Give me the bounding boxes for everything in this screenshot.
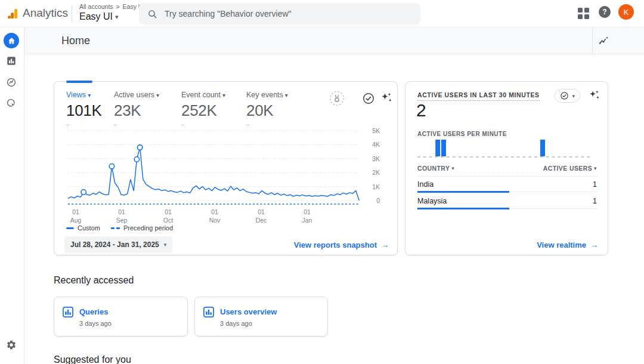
recent-link[interactable]: Queries	[79, 307, 108, 316]
y-tick: 5K	[364, 127, 380, 134]
insights-trend-icon[interactable]	[598, 35, 609, 47]
recent-card-queries[interactable]: Queries 3 days ago	[54, 297, 188, 337]
main-content: Views▾ 101K – Active users▾ 23K – Event …	[24, 54, 644, 364]
sidebar-item-home[interactable]	[4, 33, 19, 48]
search-input[interactable]	[165, 9, 412, 18]
sidebar-item-explore[interactable]	[6, 77, 17, 90]
selected-metric-indicator	[66, 81, 92, 83]
metric-value: 101K	[66, 101, 114, 120]
comparison-delta: –	[66, 122, 114, 128]
insights-sparkle-icon[interactable]	[380, 92, 392, 107]
table-row: India 1	[417, 177, 597, 193]
chevron-down-icon: ▾	[451, 165, 454, 171]
metric-event-count[interactable]: Event count▾ 252K –	[181, 91, 246, 128]
x-tick: 01Dec	[256, 208, 267, 224]
reports-icon	[6, 55, 17, 66]
search-bar[interactable]	[139, 3, 420, 24]
y-tick: 4K	[364, 141, 380, 148]
views-trend-chart	[68, 128, 361, 206]
data-quality-pill[interactable]: ▾	[555, 89, 580, 103]
property-selector-label[interactable]: Easy UI	[79, 11, 113, 22]
diagnostics-grid-icon[interactable]	[578, 8, 589, 18]
top-app-bar: Analytics All accounts > Easy UI Easy UI…	[0, 0, 644, 27]
breadcrumb-account: All accounts	[79, 3, 113, 10]
dashed-line-swatch	[111, 227, 120, 229]
chevron-down-icon: ▾	[572, 93, 575, 99]
avatar[interactable]: K	[618, 4, 634, 20]
legend-item-preceding: Preceding period	[111, 224, 173, 232]
insights-sparkle-icon[interactable]	[588, 90, 600, 104]
recent-card-users-overview[interactable]: Users overview 3 days ago	[194, 297, 328, 337]
metric-value: 20K	[246, 101, 312, 120]
metric-label: Event count	[181, 91, 221, 99]
comparison-delta: –	[246, 122, 312, 128]
chevron-down-icon: ▾	[594, 165, 597, 171]
comparison-delta: –	[114, 122, 181, 128]
chevron-down-icon: ▾	[156, 92, 159, 98]
realtime-country-table: COUNTRY ▾ ACTIVE USERS ▾ India 1	[417, 165, 597, 210]
account-switcher[interactable]: All accounts > Easy UI Easy UI ▾	[79, 3, 144, 22]
view-realtime-link[interactable]: View realtime →	[537, 240, 598, 249]
minutes-bar-chart	[417, 138, 592, 158]
suggested-for-you-title: Suggested for you	[54, 354, 131, 364]
brand-name: Analytics	[23, 7, 68, 20]
arrow-right-icon: →	[590, 240, 598, 249]
per-minute-bar-chart	[417, 138, 592, 161]
analytics-home-page: Analytics All accounts > Easy UI Easy UI…	[0, 0, 644, 364]
breadcrumb-separator-icon: >	[116, 3, 120, 10]
country-column-header[interactable]: COUNTRY ▾	[417, 165, 454, 172]
gear-icon	[6, 340, 17, 350]
banner-divider	[592, 27, 593, 54]
benchmarking-icon[interactable]	[329, 91, 345, 109]
metric-label: Key events	[246, 91, 283, 99]
active-users-column-header[interactable]: ACTIVE USERS ▾	[543, 165, 597, 172]
country-bar	[417, 191, 509, 193]
x-tick: 01Jan	[302, 208, 312, 224]
realtime-card: ACTIVE USERS IN LAST 30 MINUTES ▾ 2 ACTI…	[405, 81, 608, 255]
chevron-down-icon: ▾	[164, 242, 167, 248]
views-line-chart	[68, 128, 361, 206]
metric-active-users[interactable]: Active users▾ 23K –	[114, 91, 181, 128]
recently-accessed-title: Recently accessed	[54, 275, 134, 286]
view-reports-snapshot-link[interactable]: View reports snapshot →	[294, 240, 389, 249]
x-tick: 01Aug	[70, 208, 82, 224]
left-nav-rail	[0, 27, 24, 364]
sidebar-item-advertising[interactable]	[6, 98, 17, 111]
recent-timestamp: 3 days ago	[220, 320, 252, 327]
x-tick: 01Sep	[116, 208, 128, 224]
active-users-count: 1	[593, 197, 597, 205]
data-quality-icon[interactable]	[362, 92, 375, 107]
sidebar-item-settings[interactable]	[6, 340, 17, 353]
date-range-picker[interactable]: Jul 28, 2024 - Jan 31, 2025 ▾	[64, 236, 172, 253]
chart-legend: Custom Preceding period	[66, 224, 173, 232]
legend-item-custom: Custom	[66, 224, 100, 232]
home-icon	[7, 36, 16, 45]
check-circle-icon	[560, 91, 569, 100]
page-title: Home	[61, 35, 90, 47]
country-bar	[417, 208, 509, 209]
country-name: Malaysia	[417, 197, 447, 205]
help-icon[interactable]: ?	[599, 6, 611, 18]
y-tick: 2K	[364, 169, 380, 176]
realtime-title: ACTIVE USERS IN LAST 30 MINUTES	[417, 91, 540, 101]
metric-value: 252K	[181, 101, 246, 120]
analytics-logo-icon[interactable]	[7, 8, 19, 20]
metric-views[interactable]: Views▾ 101K –	[66, 91, 114, 128]
metric-key-events[interactable]: Key events▾ 20K –	[246, 91, 312, 128]
metric-label: Active users	[114, 91, 154, 99]
x-axis-labels: 01Aug 01Sep 01Oct 01Nov 01Dec 01Jan	[68, 208, 361, 224]
page-header-banner: Home	[24, 27, 644, 54]
x-tick: 01Oct	[163, 208, 173, 224]
header-divider	[72, 5, 72, 22]
chart-report-icon	[202, 306, 215, 319]
legend-label: Preceding period	[123, 224, 173, 232]
chevron-down-icon: ▾	[88, 92, 91, 98]
y-axis-labels: 5K 4K 3K 2K 1K 0	[364, 128, 380, 206]
recent-link[interactable]: Users overview	[220, 307, 277, 316]
solid-line-swatch	[66, 227, 74, 229]
date-range-label: Jul 28, 2024 - Jan 31, 2025	[70, 240, 159, 249]
legend-label: Custom	[78, 224, 100, 232]
search-icon	[147, 9, 157, 19]
table-row: Malaysia 1	[417, 193, 597, 210]
sidebar-item-reports[interactable]	[6, 55, 17, 69]
